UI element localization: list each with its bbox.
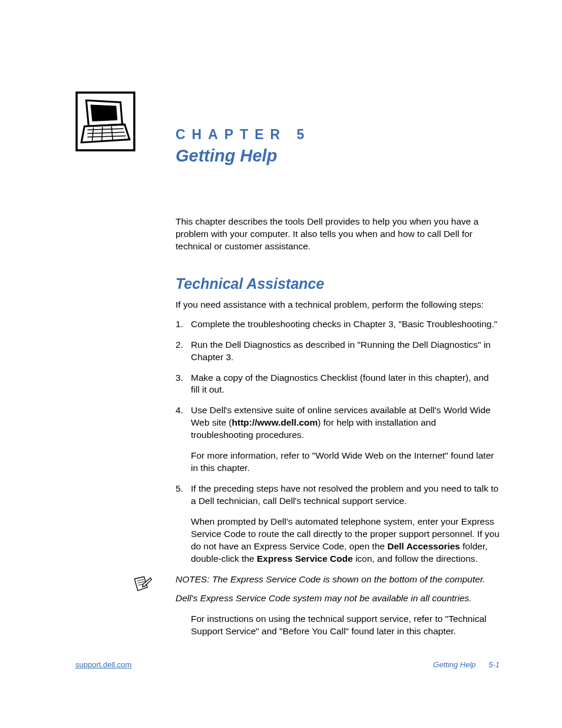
- chapter-title: Getting Help: [176, 146, 310, 166]
- step-paragraph: For more information, refer to "World Wi…: [191, 450, 500, 475]
- tail-paragraph: For instructions on using the technical …: [191, 613, 500, 638]
- intro-paragraph: This chapter describes the tools Dell pr…: [176, 216, 500, 253]
- step-body: If the preceding steps have not resolved…: [191, 483, 500, 565]
- step-number: 3.: [176, 372, 191, 397]
- step-paragraph: Make a copy of the Diagnostics Checklist…: [191, 372, 500, 397]
- step-item: 5.If the preceding steps have not resolv…: [176, 483, 500, 565]
- step-paragraph: If the preceding steps have not resolved…: [191, 483, 500, 508]
- step-body: Complete the troubleshooting checks in C…: [191, 318, 500, 331]
- chapter-label: CHAPTER 5: [176, 127, 310, 143]
- step-paragraph: Use Dell's extensive suite of online ser…: [191, 404, 500, 442]
- note-paragraph: Dell's Express Service Code system may n…: [176, 592, 500, 605]
- chapter-header: CHAPTER 5 Getting Help: [75, 94, 500, 166]
- step-item: 4.Use Dell's extensive suite of online s…: [176, 404, 500, 475]
- step-body: Make a copy of the Diagnostics Checklist…: [191, 372, 500, 397]
- note-paragraph: NOTES: The Express Service Code is shown…: [176, 574, 500, 586]
- step-number: 1.: [176, 318, 191, 331]
- step-body: Run the Dell Diagnostics as described in…: [191, 339, 500, 364]
- step-list: 1.Complete the troubleshooting checks in…: [176, 318, 500, 565]
- step-paragraph: Complete the troubleshooting checks in C…: [191, 318, 500, 331]
- footer-chapter-name: Getting Help: [433, 660, 475, 669]
- svg-line-6: [102, 127, 103, 140]
- step-number: 4.: [176, 404, 191, 475]
- section-heading: Technical Assistance: [176, 275, 500, 292]
- footer-link[interactable]: support.dell.com: [75, 660, 131, 669]
- laptop-icon: [75, 91, 135, 151]
- step-paragraph: Run the Dell Diagnostics as described in…: [191, 339, 500, 364]
- note-icon: [131, 574, 153, 595]
- step-number: 2.: [176, 339, 191, 364]
- step-number: 5.: [176, 483, 191, 565]
- notes-block: NOTES: The Express Service Code is shown…: [75, 574, 500, 612]
- step-paragraph: When prompted by Dell's automated teleph…: [191, 516, 500, 565]
- step-item: 3.Make a copy of the Diagnostics Checkli…: [176, 372, 500, 397]
- page-footer: support.dell.com Getting Help 5-1: [75, 660, 500, 669]
- footer-page-number: 5-1: [488, 660, 500, 669]
- section-intro: If you need assistance with a technical …: [176, 299, 500, 310]
- step-body: Use Dell's extensive suite of online ser…: [191, 404, 500, 475]
- step-item: 2.Run the Dell Diagnostics as described …: [176, 339, 500, 364]
- step-item: 1.Complete the troubleshooting checks in…: [176, 318, 500, 331]
